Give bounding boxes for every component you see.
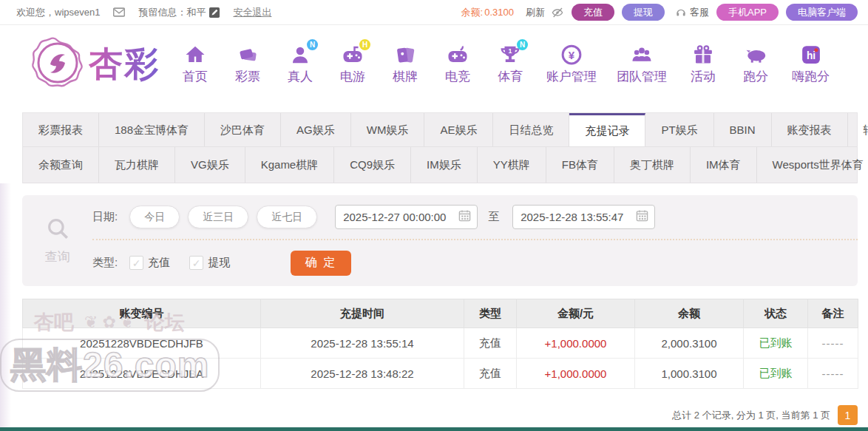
checkbox-label: 充值 bbox=[148, 256, 170, 270]
nav-item-label: 嗨跑分 bbox=[792, 68, 830, 85]
nav-items: 首页彩票N真人H电游棋牌电竞1N体育¥账户管理团队管理活动跑分hi嗨跑分 bbox=[179, 44, 830, 85]
logo-flower-icon bbox=[31, 36, 84, 92]
table-cell: ----- bbox=[808, 359, 858, 389]
tab-r2-3[interactable]: VG娱乐 bbox=[175, 147, 245, 183]
pc-client-button[interactable]: 电脑客户端 bbox=[786, 4, 858, 21]
tab-r1-1[interactable]: 彩票报表 bbox=[23, 113, 99, 146]
type-checkbox-1[interactable]: ✓充值 bbox=[129, 256, 170, 270]
coin-icon: ¥ bbox=[560, 44, 583, 66]
tab-r2-11[interactable]: Wesports世界体育 bbox=[757, 147, 868, 183]
nav-item-6[interactable]: 电竞 bbox=[441, 44, 474, 85]
column-header: 类型 bbox=[464, 299, 517, 328]
customer-service-link[interactable]: 客服 bbox=[675, 6, 709, 19]
nav-item-7[interactable]: 1N体育 bbox=[494, 44, 526, 85]
team-icon bbox=[631, 44, 653, 66]
tab-r2-8[interactable]: FB体育 bbox=[546, 147, 614, 183]
tab-r1-6[interactable]: AE娱乐 bbox=[424, 113, 493, 146]
svg-text:1: 1 bbox=[509, 47, 512, 55]
tab-r1-9[interactable]: PT娱乐 bbox=[645, 113, 713, 146]
home-icon bbox=[184, 44, 206, 66]
site-logo[interactable]: 杏彩 bbox=[31, 36, 160, 92]
tab-r1-3[interactable]: 沙巴体育 bbox=[205, 113, 281, 146]
envelope-icon[interactable] bbox=[113, 7, 125, 17]
pagination: 总计 2 个记录, 分为 1 页, 当前第 1 页 1 bbox=[22, 405, 858, 425]
gamepad-icon: H bbox=[342, 44, 364, 66]
logout-link[interactable]: 安全退出 bbox=[233, 6, 271, 19]
balance-value: 0.3100 bbox=[484, 7, 514, 18]
tab-r1-11[interactable]: 账变报表 bbox=[772, 113, 848, 146]
query-block: 查询 bbox=[22, 195, 92, 286]
tab-r1-2[interactable]: 188金宝博体育 bbox=[99, 113, 205, 146]
content: 彩票报表188金宝博体育沙巴体育AG娱乐WM娱乐AE娱乐日结总览充提记录PT娱乐… bbox=[0, 103, 868, 425]
cards-icon bbox=[394, 44, 416, 66]
main-nav: 杏彩 首页彩票N真人H电游棋牌电竞1N体育¥账户管理团队管理活动跑分hi嗨跑分 bbox=[0, 25, 868, 103]
mobile-app-button[interactable]: 手机APP bbox=[716, 4, 779, 21]
tab-r2-10[interactable]: IM体育 bbox=[691, 147, 757, 183]
trophy-icon: 1N bbox=[499, 44, 521, 66]
records-summary: 总计 2 个记录, 分为 1 页, 当前第 1 页 bbox=[672, 409, 830, 422]
calendar-icon[interactable] bbox=[636, 209, 648, 225]
page: 欢迎您，wipseven1 预留信息：和平 安全退出 余额: 0.3100 刷新… bbox=[0, 0, 868, 431]
logo-text: 杏彩 bbox=[89, 41, 160, 87]
table-header-row: 账变编号充提时间类型金额/元余额状态备注 bbox=[23, 299, 858, 328]
tab-r1-8[interactable]: 充提记录 bbox=[569, 113, 645, 146]
nav-item-3[interactable]: N真人 bbox=[284, 44, 316, 85]
tab-r1-10[interactable]: BBIN bbox=[714, 113, 772, 146]
tabs-row-1: 彩票报表188金宝博体育沙巴体育AG娱乐WM娱乐AE娱乐日结总览充提记录PT娱乐… bbox=[23, 113, 857, 147]
tab-r2-6[interactable]: IM娱乐 bbox=[411, 147, 478, 183]
date-to-input[interactable] bbox=[521, 211, 631, 223]
type-checkbox-group: ✓充值✓提现 bbox=[129, 256, 249, 270]
eye-off-icon[interactable] bbox=[551, 7, 564, 18]
date-from-input[interactable] bbox=[343, 211, 454, 223]
quick-range-2[interactable]: 近三日 bbox=[188, 206, 248, 228]
tab-r2-4[interactable]: Kgame棋牌 bbox=[245, 147, 335, 183]
nav-item-label: 账户管理 bbox=[546, 68, 597, 85]
tabs-row-2: 余额查询瓦力棋牌VG娱乐Kgame棋牌CQ9娱乐IM娱乐YY棋牌FB体育奥丁棋牌… bbox=[23, 147, 857, 183]
nav-item-label: 彩票 bbox=[235, 68, 260, 85]
topbar: 欢迎您，wipseven1 预留信息：和平 安全退出 余额: 0.3100 刷新… bbox=[0, 0, 868, 25]
nav-item-9[interactable]: 团队管理 bbox=[617, 44, 667, 85]
nav-item-1[interactable]: 首页 bbox=[179, 44, 211, 85]
tab-r1-7[interactable]: 日结总览 bbox=[493, 113, 569, 146]
table-cell: 2025-12-28 13:55:14 bbox=[261, 328, 464, 359]
nav-item-11[interactable]: 跑分 bbox=[739, 44, 772, 85]
person-icon: N bbox=[289, 44, 311, 66]
headset-icon bbox=[675, 7, 687, 18]
tab-r2-9[interactable]: 奥丁棋牌 bbox=[614, 147, 691, 183]
controller-icon bbox=[447, 44, 469, 66]
quick-range-1[interactable]: 今日 bbox=[129, 206, 180, 228]
tab-r1-4[interactable]: AG娱乐 bbox=[281, 113, 351, 146]
tab-r2-7[interactable]: YY棋牌 bbox=[478, 147, 546, 183]
date-label: 日期: bbox=[92, 210, 118, 224]
edit-icon[interactable] bbox=[209, 7, 220, 18]
tab-r2-1[interactable]: 余额查询 bbox=[23, 147, 99, 183]
deposit-button[interactable]: 充值 bbox=[572, 4, 614, 21]
nav-item-5[interactable]: 棋牌 bbox=[389, 44, 421, 85]
nav-item-10[interactable]: 活动 bbox=[687, 44, 719, 85]
type-checkbox-2[interactable]: ✓提现 bbox=[189, 256, 230, 270]
tab-r2-5[interactable]: CQ9娱乐 bbox=[334, 147, 411, 183]
records-table: 账变编号充提时间类型金额/元余额状态备注 20251228VBDECDHJFB2… bbox=[22, 299, 858, 389]
quick-range-3[interactable]: 近七日 bbox=[257, 206, 317, 228]
hi-icon: hi bbox=[800, 44, 822, 66]
tab-r1-12[interactable]: 转账报表 bbox=[848, 113, 868, 146]
svg-text:¥: ¥ bbox=[569, 49, 575, 61]
nav-item-8[interactable]: ¥账户管理 bbox=[546, 44, 597, 85]
date-from-box bbox=[335, 205, 478, 229]
refresh-button[interactable]: 刷新 bbox=[526, 6, 545, 19]
confirm-button[interactable]: 确 定 bbox=[291, 251, 351, 276]
withdraw-button[interactable]: 提现 bbox=[622, 4, 665, 21]
page-1-button[interactable]: 1 bbox=[838, 405, 858, 425]
tab-r1-5[interactable]: WM娱乐 bbox=[351, 113, 425, 146]
nav-item-2[interactable]: 彩票 bbox=[231, 44, 264, 85]
table-cell: 充值 bbox=[464, 359, 517, 389]
nav-item-12[interactable]: hi嗨跑分 bbox=[792, 44, 830, 85]
nav-item-label: 活动 bbox=[691, 68, 716, 85]
ticket-icon bbox=[237, 44, 259, 66]
calendar-icon[interactable] bbox=[458, 209, 471, 225]
tab-r2-2[interactable]: 瓦力棋牌 bbox=[99, 147, 175, 183]
nav-item-label: 棋牌 bbox=[393, 68, 418, 85]
table-cell: 已到账 bbox=[744, 359, 808, 389]
nav-item-4[interactable]: H电游 bbox=[336, 44, 369, 85]
table-cell: 1,000.3100 bbox=[635, 359, 744, 389]
